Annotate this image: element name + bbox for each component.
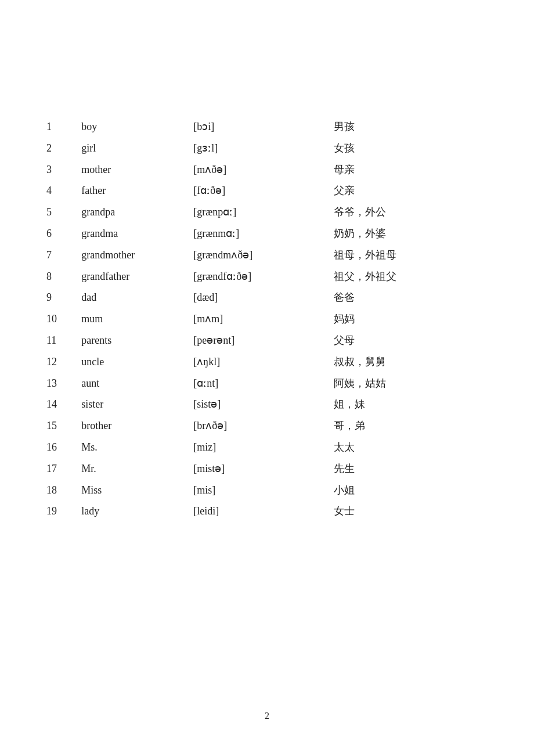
table-row: 13aunt[ɑːnt]阿姨，姑姑: [46, 373, 488, 394]
entry-number: 17: [46, 458, 81, 480]
entry-word: parents: [81, 330, 193, 351]
entry-phonetic: [leidi]: [193, 501, 333, 522]
entry-phonetic: [grænmɑː]: [193, 223, 333, 244]
entry-chinese: 姐，妹: [334, 394, 488, 415]
entry-word: brother: [81, 415, 193, 437]
table-row: 2girl[gɜːl]女孩: [46, 138, 488, 159]
entry-word: aunt: [81, 373, 193, 394]
entry-word: Mr.: [81, 458, 193, 480]
entry-phonetic: [ʌŋkl]: [193, 351, 333, 373]
page-number: 2: [265, 711, 269, 721]
table-row: 14sister[sistə]姐，妹: [46, 394, 488, 415]
entry-chinese: 爸爸: [334, 287, 488, 308]
entry-number: 10: [46, 308, 81, 330]
entry-chinese: 小姐: [334, 480, 488, 501]
entry-phonetic: [gɜːl]: [193, 138, 333, 159]
entry-number: 18: [46, 480, 81, 501]
entry-chinese: 祖父，外祖父: [334, 266, 488, 287]
entry-word: sister: [81, 394, 193, 415]
entry-number: 19: [46, 501, 81, 522]
entry-word: grandfather: [81, 266, 193, 287]
table-row: 3mother[mʌðə]母亲: [46, 159, 488, 181]
entry-word: father: [81, 180, 193, 201]
table-row: 10mum[mʌm]妈妈: [46, 308, 488, 330]
table-row: 4father[fɑːðə]父亲: [46, 180, 488, 201]
entry-word: uncle: [81, 351, 193, 373]
table-row: 7grandmother[grændmʌðə]祖母，外祖母: [46, 244, 488, 266]
entry-number: 4: [46, 180, 81, 201]
entry-number: 5: [46, 201, 81, 223]
entry-word: Ms.: [81, 437, 193, 458]
page-container: 1boy[bɔi]男孩2girl[gɜːl]女孩3mother[mʌðə]母亲4…: [0, 0, 534, 756]
entry-chinese: 女孩: [334, 138, 488, 159]
entry-number: 6: [46, 223, 81, 244]
table-row: 9dad[dæd]爸爸: [46, 287, 488, 308]
entry-chinese: 女士: [334, 501, 488, 522]
entry-number: 13: [46, 373, 81, 394]
entry-phonetic: [sistə]: [193, 394, 333, 415]
table-row: 11parents[peərənt]父母: [46, 330, 488, 351]
entry-phonetic: [grændmʌðə]: [193, 244, 333, 266]
entry-chinese: 叔叔，舅舅: [334, 351, 488, 373]
table-row: 17Mr.[mistə]先生: [46, 458, 488, 480]
entry-phonetic: [peərənt]: [193, 330, 333, 351]
entry-chinese: 阿姨，姑姑: [334, 373, 488, 394]
entry-phonetic: [grænpɑː]: [193, 201, 333, 223]
entry-number: 15: [46, 415, 81, 437]
table-row: 15brother[brʌðə]哥，弟: [46, 415, 488, 437]
table-row: 18Miss[mis]小姐: [46, 480, 488, 501]
entry-word: boy: [81, 116, 193, 138]
entry-phonetic: [mʌðə]: [193, 159, 333, 181]
entry-phonetic: [grændfɑːðə]: [193, 266, 333, 287]
vocabulary-table: 1boy[bɔi]男孩2girl[gɜːl]女孩3mother[mʌðə]母亲4…: [46, 116, 488, 522]
entry-phonetic: [mʌm]: [193, 308, 333, 330]
entry-chinese: 哥，弟: [334, 415, 488, 437]
entry-chinese: 祖母，外祖母: [334, 244, 488, 266]
table-row: 19lady[leidi]女士: [46, 501, 488, 522]
table-row: 1boy[bɔi]男孩: [46, 116, 488, 138]
entry-word: mother: [81, 159, 193, 181]
entry-word: mum: [81, 308, 193, 330]
entry-number: 14: [46, 394, 81, 415]
entry-phonetic: [brʌðə]: [193, 415, 333, 437]
entry-number: 9: [46, 287, 81, 308]
entry-number: 2: [46, 138, 81, 159]
entry-word: dad: [81, 287, 193, 308]
entry-word: grandpa: [81, 201, 193, 223]
entry-word: grandma: [81, 223, 193, 244]
entry-chinese: 母亲: [334, 159, 488, 181]
entry-number: 16: [46, 437, 81, 458]
entry-number: 12: [46, 351, 81, 373]
entry-number: 3: [46, 159, 81, 181]
entry-phonetic: [miz]: [193, 437, 333, 458]
entry-phonetic: [ɑːnt]: [193, 373, 333, 394]
entry-chinese: 爷爷，外公: [334, 201, 488, 223]
entry-phonetic: [mis]: [193, 480, 333, 501]
entry-phonetic: [dæd]: [193, 287, 333, 308]
entry-chinese: 父母: [334, 330, 488, 351]
entry-chinese: 先生: [334, 458, 488, 480]
entry-phonetic: [fɑːðə]: [193, 180, 333, 201]
entry-number: 8: [46, 266, 81, 287]
entry-word: Miss: [81, 480, 193, 501]
entry-number: 1: [46, 116, 81, 138]
entry-word: grandmother: [81, 244, 193, 266]
entry-chinese: 奶奶，外婆: [334, 223, 488, 244]
entry-number: 7: [46, 244, 81, 266]
entry-chinese: 太太: [334, 437, 488, 458]
entry-phonetic: [bɔi]: [193, 116, 333, 138]
table-row: 5grandpa[grænpɑː]爷爷，外公: [46, 201, 488, 223]
entry-chinese: 父亲: [334, 180, 488, 201]
entry-number: 11: [46, 330, 81, 351]
entry-phonetic: [mistə]: [193, 458, 333, 480]
entry-word: girl: [81, 138, 193, 159]
entry-word: lady: [81, 501, 193, 522]
table-row: 8grandfather[grændfɑːðə]祖父，外祖父: [46, 266, 488, 287]
table-row: 6grandma[grænmɑː]奶奶，外婆: [46, 223, 488, 244]
table-row: 12uncle[ʌŋkl]叔叔，舅舅: [46, 351, 488, 373]
table-row: 16Ms.[miz]太太: [46, 437, 488, 458]
entry-chinese: 妈妈: [334, 308, 488, 330]
entry-chinese: 男孩: [334, 116, 488, 138]
